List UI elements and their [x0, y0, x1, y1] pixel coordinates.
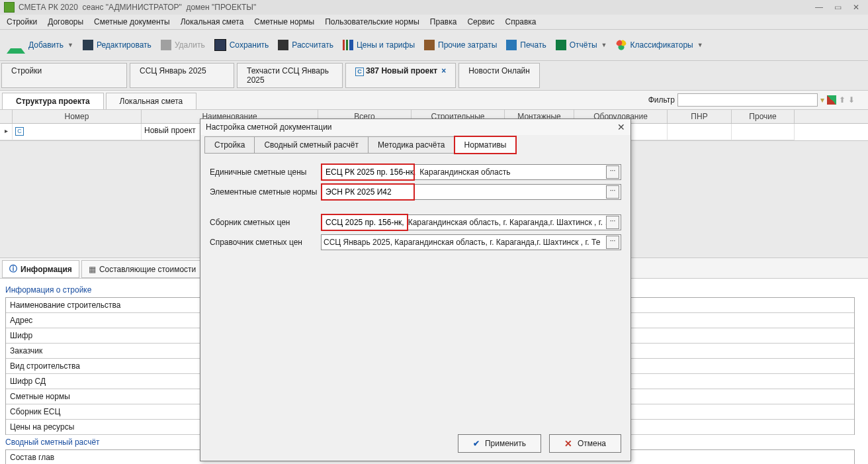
arrow-down-icon[interactable]: ⬇ [848, 95, 855, 105]
dialog-titlebar[interactable]: Настройка сметной документации ✕ [200, 119, 630, 135]
menubar: Стройки Договоры Сметные документы Локал… [0, 15, 868, 30]
tab-information[interactable]: ⓘИнформация [2, 260, 79, 278]
lbl-sbornik: Сборник сметных цен [210, 218, 321, 227]
menu-smetnye-dokumenty[interactable]: Сметные документы [94, 17, 170, 26]
dlg-tab-metodika[interactable]: Методика расчёта [368, 136, 455, 154]
cancel-button[interactable]: ✕Отмена [549, 434, 621, 453]
lbl-spravochnik: Справочник сметных цен [210, 238, 321, 247]
disk-icon [214, 39, 226, 51]
info-icon: ⓘ [9, 263, 17, 275]
tab-local-smeta[interactable]: Локальная смета [106, 93, 197, 109]
field-edinichnye[interactable]: ЕСЦ РК 2025 пр. 156-нк, Карагандинская о… [321, 164, 621, 180]
dialog-title: Настройка сметной документации [206, 122, 332, 132]
field-sbornik[interactable]: ССЦ 2025 пр. 156-нк, Карагандинская обла… [321, 214, 621, 230]
lbl-elementnye: Элементные сметные нормы [210, 187, 321, 197]
reports-button[interactable]: Отчёты▼ [556, 40, 607, 50]
filter-dropdown-icon[interactable]: ▾ [820, 95, 824, 105]
print-button[interactable]: Печать [506, 40, 546, 50]
menu-lokalnaya-smeta[interactable]: Локальная смета [181, 17, 244, 26]
toolbar: Добавить▼ Редактировать Удалить Сохранит… [0, 30, 868, 61]
menu-polzovatelskie-normy[interactable]: Пользовательские нормы [325, 17, 419, 26]
browse-icon[interactable]: ··· [606, 236, 619, 249]
bars-icon [343, 40, 353, 50]
classifiers-button[interactable]: Классификаторы▼ [616, 40, 703, 50]
excel-icon [556, 40, 566, 50]
crumb-ssc[interactable]: ССЦ Январь 2025 [130, 63, 234, 88]
filter-label: Фильтр [648, 95, 675, 105]
check-icon: ✔ [473, 439, 480, 448]
menu-pravka[interactable]: Правка [430, 17, 457, 26]
col-pnr[interactable]: ПНР [668, 110, 732, 123]
row-c-icon: С [15, 127, 24, 136]
dialog-body: Единичные сметные цены ЕСЦ РК 2025 пр. 1… [200, 154, 630, 261]
crumb-techchasti[interactable]: Техчасти ССЦ Январь 2025 [237, 63, 343, 88]
close-tab-icon[interactable]: × [441, 66, 446, 75]
table-icon: ▦ [89, 265, 96, 274]
session-text: сеанс "АДМИНИСТРАТОР" [83, 3, 182, 12]
x-icon: ✕ [564, 438, 572, 449]
lbl-edinichnye: Единичные сметные цены [210, 167, 321, 177]
dlg-tab-stroyka[interactable]: Стройка [204, 136, 255, 154]
field-elementnye[interactable]: ЭСН РК 2025 И42 ··· [321, 184, 621, 200]
project-c-icon: С [355, 68, 364, 76]
tab-cost-components[interactable]: ▦Составляющие стоимости [81, 260, 203, 278]
menu-spravka[interactable]: Справка [505, 17, 536, 26]
crumb-stroyki[interactable]: Стройки [1, 63, 127, 88]
pencil-icon [83, 40, 93, 50]
menu-dogovory[interactable]: Договоры [48, 17, 83, 26]
dialog-footer: ✔Применить ✕Отмена [458, 434, 621, 453]
filter-input[interactable] [677, 93, 818, 107]
domain-text: домен "ПРОЕКТЫ" [186, 3, 256, 12]
app-icon [4, 2, 15, 13]
menu-smetnye-normy[interactable]: Сметные нормы [254, 17, 314, 26]
dialog-close-icon[interactable]: ✕ [617, 122, 625, 132]
filter-palette-icon[interactable] [827, 95, 836, 105]
maximize-button[interactable]: ▭ [830, 1, 846, 13]
crumb-project[interactable]: С387 Новый проект× [345, 63, 456, 88]
subtabs: Структура проекта Локальная смета Фильтр… [0, 91, 868, 110]
delete-button[interactable]: Удалить [161, 40, 205, 50]
dlg-tab-svodny[interactable]: Сводный сметный расчёт [254, 136, 369, 154]
crumb-news[interactable]: Новости Онлайн [458, 63, 540, 88]
browse-icon[interactable]: ··· [606, 216, 619, 229]
row-indicator-icon: ▸ [5, 127, 8, 134]
field-spravochnik[interactable]: ССЦ Январь 2025, Карагандинская область,… [321, 234, 621, 250]
menu-servis[interactable]: Сервис [467, 17, 494, 26]
tab-structure[interactable]: Структура проекта [2, 93, 104, 109]
minus-icon [161, 40, 171, 50]
col-prochie[interactable]: Прочие [732, 110, 795, 123]
browse-icon[interactable]: ··· [606, 165, 619, 179]
printer-icon [506, 40, 517, 50]
plus-icon [7, 34, 25, 54]
col-number[interactable]: Номер [13, 110, 142, 123]
dlg-tab-normativy[interactable]: Нормативы [455, 136, 517, 154]
other-costs-button[interactable]: Прочие затраты [424, 40, 497, 50]
dialog-tabs: Стройка Сводный сметный расчёт Методика … [200, 135, 630, 154]
app-title: СМЕТА РК 2020 [19, 3, 78, 12]
arrow-up-icon[interactable]: ⬆ [839, 95, 846, 105]
classifier-icon [616, 40, 627, 50]
apply-button[interactable]: ✔Применить [458, 434, 541, 453]
prices-button[interactable]: Цены и тарифы [343, 40, 415, 50]
save-button[interactable]: Сохранить [214, 39, 269, 51]
add-button[interactable]: Добавить▼ [7, 34, 73, 56]
edit-button[interactable]: Редактировать [83, 40, 152, 50]
close-button[interactable]: ✕ [848, 1, 864, 13]
money-icon [424, 40, 435, 50]
settings-dialog: Настройка сметной документации ✕ Стройка… [200, 118, 631, 461]
minimize-button[interactable]: — [811, 1, 827, 13]
titlebar: СМЕТА РК 2020 сеанс "АДМИНИСТРАТОР" доме… [0, 0, 868, 15]
browse-icon[interactable]: ··· [606, 185, 619, 199]
breadcrumb-bar: Стройки ССЦ Январь 2025 Техчасти ССЦ Янв… [0, 61, 868, 91]
calculator-icon [278, 40, 288, 50]
menu-stroyki[interactable]: Стройки [7, 17, 37, 26]
calc-button[interactable]: Рассчитать [278, 40, 333, 50]
